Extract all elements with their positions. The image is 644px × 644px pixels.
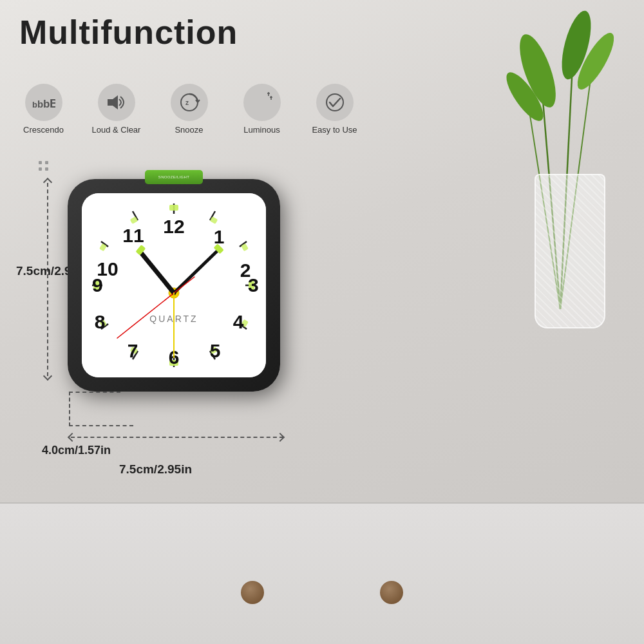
features-row: b b b B Crescendo Loud & Clear z <box>13 84 365 135</box>
height-dashed-line <box>47 183 48 376</box>
svg-text:11: 11 <box>122 225 144 246</box>
svg-text:10: 10 <box>97 258 118 279</box>
width-arrow-left <box>68 433 77 442</box>
svg-marker-12 <box>108 95 118 109</box>
clock-svg: 12 1 2 3 4 5 6 7 8 9 10 11 QUARTZ <box>82 193 266 377</box>
drawer <box>0 567 644 618</box>
svg-text:z: z <box>185 99 189 106</box>
page-title: Multifunction <box>19 13 238 52</box>
feature-label-loud-clear: Loud & Clear <box>92 125 141 135</box>
dimension-depth-label: 4.0cm/1.57in <box>42 444 111 457</box>
svg-text:b: b <box>43 98 50 110</box>
svg-text:3: 3 <box>248 274 259 296</box>
snooze-button[interactable]: SNOOZE/LIGHT <box>145 170 203 184</box>
feature-label-snooze: Snooze <box>175 125 203 135</box>
width-arrow-right <box>276 433 285 442</box>
moon-icon <box>243 84 281 121</box>
svg-rect-33 <box>169 205 178 211</box>
speaker-icon <box>98 84 135 121</box>
feature-snooze: z Snooze <box>158 84 220 135</box>
depth-dashed-line-h <box>69 392 120 393</box>
arrow-bottom <box>43 372 52 381</box>
svg-text:8: 8 <box>95 311 106 332</box>
svg-text:5: 5 <box>210 340 221 361</box>
clock-body: SNOOZE/LIGHT <box>68 179 280 392</box>
svg-text:12: 12 <box>163 216 184 237</box>
feature-loud-clear: Loud & Clear <box>86 84 147 135</box>
svg-text:b: b <box>37 99 43 109</box>
width-dashed-line <box>71 437 283 438</box>
snooze-icon: z <box>171 84 208 121</box>
depth-dashed-line-v <box>69 392 70 426</box>
svg-text:b: b <box>32 100 37 109</box>
dimension-width-label: 7.5cm/2.95in <box>119 462 192 477</box>
svg-text:1: 1 <box>214 226 225 247</box>
snooze-button-text: SNOOZE/LIGHT <box>158 175 189 179</box>
feature-label-easy-to-use: Easy to Use <box>312 125 357 135</box>
depth-dashed-line-h2 <box>69 425 133 426</box>
feature-label-luminous: Luminous <box>243 125 279 135</box>
plant-decoration <box>489 0 631 451</box>
svg-text:7: 7 <box>128 340 138 361</box>
shelf <box>0 502 644 644</box>
drawer-handle-left <box>241 581 264 604</box>
feature-crescendo: b b b B Crescendo <box>13 84 74 135</box>
feature-label-crescendo: Crescendo <box>23 125 64 135</box>
clock-face: 12 1 2 3 4 5 6 7 8 9 10 11 QUARTZ <box>82 193 266 377</box>
clock-dimension-area: 7.5cm/2.95in SNOOZE/LIGHT <box>35 155 357 496</box>
svg-text:4: 4 <box>233 311 244 332</box>
svg-text:B: B <box>50 97 55 110</box>
feature-luminous: Luminous <box>231 84 292 135</box>
vase <box>528 148 612 328</box>
dots-decoration <box>39 161 48 171</box>
drawer-handle-right <box>380 581 403 604</box>
check-icon <box>316 84 354 121</box>
feature-easy-to-use: Easy to Use <box>304 84 365 135</box>
crescendo-icon: b b b B <box>25 84 62 121</box>
